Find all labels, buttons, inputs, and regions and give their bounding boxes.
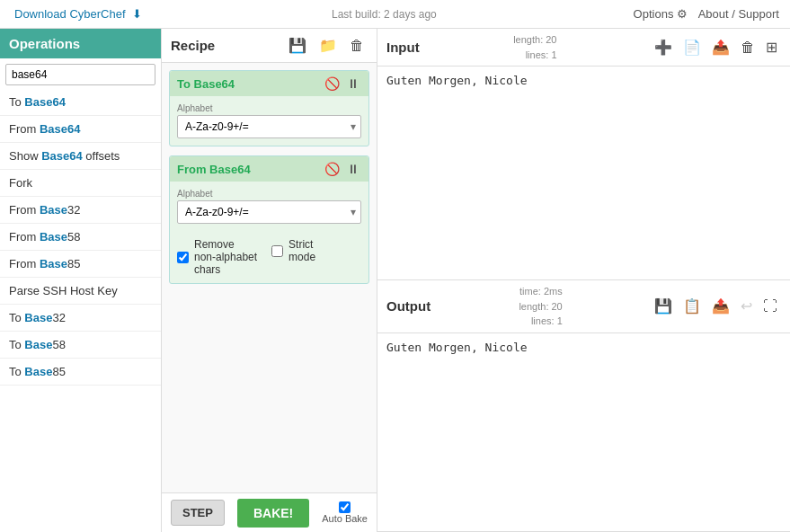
output-title: Output xyxy=(386,298,431,314)
input-length-value: 20 xyxy=(546,34,556,45)
options-link[interactable]: Options ⚙ xyxy=(634,7,691,21)
recipe-open-button[interactable]: 📁 xyxy=(315,35,341,56)
auto-bake-wrap: Auto Bake xyxy=(322,501,368,524)
from-base64-alphabet-select[interactable]: A-Za-z0-9+/= A-Za-z0-9-_ Custom xyxy=(177,200,361,224)
op-from-base64-title: From Base64 xyxy=(177,163,251,176)
input-file-button[interactable]: 📄 xyxy=(679,37,705,58)
op-to-base64-title: To Base64 xyxy=(177,77,235,91)
sidebar-item[interactable]: From Base64 xyxy=(0,116,161,143)
step-button[interactable]: STEP xyxy=(171,500,225,526)
output-icons: 💾 📋 📤 ↩ ⛶ xyxy=(651,296,781,316)
op-card-from-base64: From Base64 🚫 ⏸ Alphabet A-Za-z0-9+/= A-… xyxy=(169,155,369,284)
search-wrap xyxy=(0,58,161,89)
auto-bake-checkbox[interactable] xyxy=(339,501,351,513)
recipe-header: Recipe 💾 📁 🗑 xyxy=(162,29,377,63)
sidebar-item[interactable]: To Base85 xyxy=(0,359,161,386)
to-base64-alphabet-select[interactable]: A-Za-z0-9+/= A-Za-z0-9-_ Custom xyxy=(177,115,361,138)
sidebar-title: Operations xyxy=(0,29,161,58)
sidebar-item[interactable]: To Base32 xyxy=(0,305,161,332)
input-title: Input xyxy=(386,40,420,55)
output-time-label: time: xyxy=(519,286,544,297)
gear-icon: ⚙ xyxy=(677,7,688,21)
input-panel: Input length: 20 lines: 1 ➕ 📄 📤 🗑 ⊞ Gute… xyxy=(377,29,790,280)
input-lines-value: 1 xyxy=(551,49,556,60)
output-length-label: length: xyxy=(519,301,551,312)
input-length-label: length: xyxy=(513,34,546,45)
about-link[interactable]: About / Support xyxy=(698,7,779,21)
recipe-footer: STEP BAKE! Auto Bake xyxy=(162,492,377,532)
output-header: Output time: 2ms length: 20 lines: 1 💾 📋… xyxy=(377,280,790,333)
remove-nonalpha-checkbox[interactable] xyxy=(177,252,189,263)
output-copy-button[interactable]: 📋 xyxy=(679,296,705,316)
download-text: Download CyberChef xyxy=(14,7,126,21)
download-icon: ⬇ xyxy=(132,7,142,21)
op-from-base64-pause-button[interactable]: ⏸ xyxy=(345,162,361,176)
remove-nonalpha-row: Removenon-alphabetchars xyxy=(177,238,257,276)
search-input[interactable] xyxy=(5,64,155,85)
main-layout: Operations To Base64From Base64Show Base… xyxy=(0,29,790,532)
op-card-to-base64: To Base64 🚫 ⏸ Alphabet A-Za-z0-9+/= A-Za… xyxy=(169,70,369,146)
download-link-wrap: Download CyberChef ⬇ xyxy=(11,7,142,21)
sidebar-item[interactable]: Fork xyxy=(0,170,161,197)
op-from-base64-icons: 🚫 ⏸ xyxy=(323,162,361,176)
output-panel: Output time: 2ms length: 20 lines: 1 💾 📋… xyxy=(377,280,790,532)
strict-mode-label: Strictmode xyxy=(288,238,315,263)
input-icons: ➕ 📄 📤 🗑 ⊞ xyxy=(651,37,781,58)
sidebar-list: To Base64From Base64Show Base64 offsetsF… xyxy=(0,89,161,532)
input-lines-label: lines: xyxy=(526,49,552,60)
sidebar-item[interactable]: From Base58 xyxy=(0,224,161,251)
auto-bake-label: Auto Bake xyxy=(322,513,368,524)
input-clear-button[interactable]: 🗑 xyxy=(737,37,759,58)
input-header: Input length: 20 lines: 1 ➕ 📄 📤 🗑 ⊞ xyxy=(377,29,790,66)
sidebar-item[interactable]: Parse SSH Host Key xyxy=(0,278,161,305)
input-grid-button[interactable]: ⊞ xyxy=(762,37,781,58)
sidebar-item[interactable]: From Base85 xyxy=(0,251,161,278)
topbar: Download CyberChef ⬇ Last build: 2 days … xyxy=(0,0,790,29)
bake-button[interactable]: BAKE! xyxy=(237,499,309,528)
op-from-base64-disable-button[interactable]: 🚫 xyxy=(323,162,342,176)
output-lines-label: lines: xyxy=(531,315,557,326)
sidebar-item[interactable]: Show Base64 offsets xyxy=(0,143,161,170)
strict-mode-row: Strictmode xyxy=(271,238,315,263)
output-meta: time: 2ms length: 20 lines: 1 xyxy=(519,284,562,329)
output-lines-value: 1 xyxy=(557,315,563,326)
sidebar-item[interactable]: To Base64 xyxy=(0,89,161,116)
op-from-base64-header: From Base64 🚫 ⏸ xyxy=(170,156,368,182)
recipe-ops: To Base64 🚫 ⏸ Alphabet A-Za-z0-9+/= A-Za… xyxy=(162,63,377,492)
recipe-header-icons: 💾 📁 🗑 xyxy=(285,35,368,56)
output-text: Guten Morgen, Nicole xyxy=(377,333,790,532)
op-to-base64-body: Alphabet A-Za-z0-9+/= A-Za-z0-9-_ Custom… xyxy=(170,96,368,146)
output-save-button[interactable]: 💾 xyxy=(651,296,676,316)
input-import-button[interactable]: 📤 xyxy=(708,37,733,58)
input-meta: length: 20 lines: 1 xyxy=(513,32,556,62)
output-to-input-button[interactable]: 📤 xyxy=(708,296,733,316)
strict-mode-checkbox[interactable] xyxy=(271,245,283,257)
topbar-right: Options ⚙ About / Support xyxy=(626,7,779,21)
to-base64-alphabet-wrap: A-Za-z0-9+/= A-Za-z0-9-_ Custom ▾ xyxy=(177,115,361,138)
op-to-base64-icons: 🚫 ⏸ xyxy=(323,76,361,91)
options-label: Options xyxy=(634,7,674,21)
output-expand-button[interactable]: ⛶ xyxy=(759,296,781,316)
sidebar-item[interactable]: To Base58 xyxy=(0,332,161,359)
op-to-base64-pause-button[interactable]: ⏸ xyxy=(345,76,361,91)
output-time-value: 2ms xyxy=(544,286,563,297)
from-base64-alphabet-label: Alphabet xyxy=(177,189,361,199)
op-to-base64-header: To Base64 🚫 ⏸ xyxy=(170,71,368,96)
input-add-button[interactable]: ➕ xyxy=(651,37,676,58)
recipe-panel: Recipe 💾 📁 🗑 To Base64 🚫 ⏸ Alphabet xyxy=(162,29,377,532)
recipe-delete-button[interactable]: 🗑 xyxy=(346,35,368,56)
sidebar: Operations To Base64From Base64Show Base… xyxy=(0,29,162,532)
op-to-base64-disable-button[interactable]: 🚫 xyxy=(323,76,342,91)
sidebar-item[interactable]: From Base32 xyxy=(0,197,161,224)
op-from-base64-body: Alphabet A-Za-z0-9+/= A-Za-z0-9-_ Custom… xyxy=(170,182,368,283)
io-panels: Input length: 20 lines: 1 ➕ 📄 📤 🗑 ⊞ Gute… xyxy=(377,29,790,532)
about-label: About / Support xyxy=(698,7,779,21)
output-undo-button[interactable]: ↩ xyxy=(737,296,756,316)
recipe-save-button[interactable]: 💾 xyxy=(285,35,310,56)
from-base64-alphabet-wrap: A-Za-z0-9+/= A-Za-z0-9-_ Custom ▾ xyxy=(177,200,361,224)
to-base64-alphabet-label: Alphabet xyxy=(177,103,361,113)
output-length-value: 20 xyxy=(552,301,563,312)
input-textarea[interactable]: Guten Morgen, Nicole xyxy=(377,66,790,279)
download-cyberchef-link[interactable]: Download CyberChef ⬇ xyxy=(11,7,142,21)
remove-nonalpha-label: Removenon-alphabetchars xyxy=(194,238,257,276)
